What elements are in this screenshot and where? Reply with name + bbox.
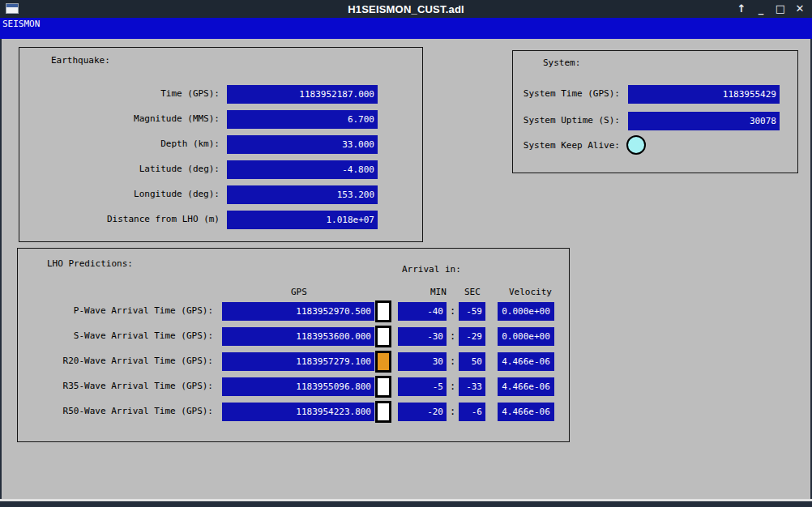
- sec-field: -29: [459, 327, 485, 346]
- field-label: System Uptime (S):: [513, 112, 620, 130]
- field-label: Latitude (deg):: [19, 160, 220, 179]
- min-field: -40: [398, 302, 447, 321]
- velocity-field: 4.466e-06: [498, 352, 554, 371]
- system-time-field: 1183955429: [628, 85, 780, 104]
- magnitude-field: 6.700: [227, 110, 378, 129]
- colon-separator: :: [447, 327, 459, 346]
- gps-field: 1183953600.000: [222, 327, 374, 346]
- earthquake-panel: Earthquake: Time (GPS): 1183952187.000 M…: [19, 47, 423, 242]
- earthquake-row-magnitude: Magnitude (MMS): 6.700: [19, 110, 422, 129]
- min-field: -5: [398, 377, 447, 396]
- longitude-field: 153.200: [227, 185, 378, 204]
- window-frame-bottom: [0, 501, 812, 507]
- shade-button[interactable]: ↑: [736, 0, 747, 18]
- gps-field: 1183954223.800: [222, 403, 374, 421]
- status-indicator: [375, 376, 391, 398]
- keep-alive-indicator: [626, 135, 646, 155]
- latitude-field: -4.800: [227, 160, 378, 179]
- medm-window: H1SEISMON_CUST.adl ↑ _ □ ✕ SEISMON Earth…: [0, 0, 812, 507]
- status-indicator: [375, 401, 391, 423]
- earthquake-row-time: Time (GPS): 1183952187.000: [19, 85, 422, 104]
- gps-field: 1183957279.100: [222, 352, 374, 371]
- colon-separator: :: [447, 377, 459, 396]
- window-title: H1SEISMON_CUST.adl: [0, 3, 812, 15]
- field-label: R35-Wave Arrival Time (GPS):: [18, 377, 213, 396]
- maximize-button[interactable]: □: [775, 0, 786, 18]
- sec-field: -33: [459, 377, 485, 396]
- gps-field: 1183952970.500: [222, 302, 374, 321]
- sec-column-header: SEC: [464, 288, 481, 297]
- status-indicator: [375, 300, 391, 322]
- title-bar: H1SEISMON_CUST.adl ↑ _ □ ✕: [0, 0, 812, 18]
- system-uptime-field: 30078: [628, 112, 780, 130]
- gps-field: 1183955096.800: [222, 377, 374, 396]
- window-frame-left: [0, 39, 2, 507]
- colon-separator: :: [447, 352, 459, 371]
- field-label: System Time (GPS):: [513, 85, 620, 104]
- velocity-column-header: Velocity: [509, 288, 552, 297]
- earthquake-row-latitude: Latitude (deg): -4.800: [19, 160, 422, 179]
- velocity-field: 4.466e-06: [498, 403, 554, 421]
- field-label: Time (GPS):: [19, 85, 220, 104]
- field-label: Magnitude (MMS):: [19, 110, 220, 129]
- field-label: R20-Wave Arrival Time (GPS):: [18, 352, 213, 371]
- velocity-field: 4.466e-06: [498, 377, 554, 396]
- status-indicator: [375, 351, 391, 373]
- field-label: R50-Wave Arrival Time (GPS):: [18, 403, 213, 421]
- system-row-time: System Time (GPS): 1183955429: [513, 85, 797, 104]
- system-panel: System: System Time (GPS): 1183955429 Sy…: [512, 50, 798, 173]
- menu-bar: SEISMON: [0, 18, 812, 39]
- close-button[interactable]: ✕: [794, 0, 806, 18]
- min-field: 30: [398, 352, 447, 371]
- distance-field: 1.018e+07: [227, 211, 378, 229]
- field-label: Longitude (deg):: [19, 185, 220, 204]
- system-row-uptime: System Uptime (S): 30078: [513, 112, 797, 130]
- sec-field: -6: [459, 403, 485, 421]
- system-row-keepalive: System Keep Alive:: [513, 137, 797, 156]
- field-label: Distance from LHO (m): [19, 211, 220, 229]
- window-controls: ↑ _ □ ✕: [736, 0, 806, 18]
- prediction-row-s-wave: S-Wave Arrival Time (GPS): 1183953600.00…: [18, 327, 569, 346]
- min-column-header: MIN: [430, 288, 447, 297]
- field-label: S-Wave Arrival Time (GPS):: [18, 327, 213, 346]
- colon-separator: :: [447, 302, 459, 321]
- colon-separator: :: [447, 403, 459, 421]
- earthquake-panel-title: Earthquake:: [51, 56, 110, 66]
- field-label: System Keep Alive:: [513, 137, 620, 156]
- sec-field: -59: [459, 302, 485, 321]
- system-panel-title: System:: [543, 58, 580, 68]
- earthquake-row-longitude: Longitude (deg): 153.200: [19, 185, 422, 204]
- prediction-row-r35-wave: R35-Wave Arrival Time (GPS): 1183955096.…: [18, 377, 569, 396]
- status-indicator: [375, 326, 391, 347]
- depth-field: 33.000: [227, 135, 378, 154]
- window-menu-icon[interactable]: [6, 3, 19, 14]
- time-gps-field: 1183952187.000: [227, 85, 378, 104]
- prediction-row-p-wave: P-Wave Arrival Time (GPS): 1183952970.50…: [18, 302, 569, 321]
- predictions-panel: LHO Predictions: Arrival in: GPS MIN SEC…: [17, 248, 570, 442]
- arrival-in-header: Arrival in:: [402, 265, 461, 275]
- menu-seismon[interactable]: SEISMON: [2, 19, 40, 29]
- field-label: Depth (km):: [19, 135, 220, 154]
- minimize-button[interactable]: _: [755, 0, 767, 18]
- gps-column-header: GPS: [291, 288, 307, 297]
- earthquake-row-distance: Distance from LHO (m) 1.018e+07: [19, 211, 422, 229]
- predictions-panel-title: LHO Predictions:: [47, 259, 133, 269]
- min-field: -30: [398, 327, 447, 346]
- sec-field: 50: [459, 352, 485, 371]
- earthquake-row-depth: Depth (km): 33.000: [19, 135, 422, 154]
- field-label: P-Wave Arrival Time (GPS):: [18, 302, 213, 321]
- velocity-field: 0.000e+00: [498, 327, 554, 346]
- velocity-field: 0.000e+00: [498, 302, 554, 321]
- prediction-row-r50-wave: R50-Wave Arrival Time (GPS): 1183954223.…: [18, 403, 569, 421]
- min-field: -20: [398, 403, 447, 421]
- prediction-row-r20-wave: R20-Wave Arrival Time (GPS): 1183957279.…: [18, 352, 569, 371]
